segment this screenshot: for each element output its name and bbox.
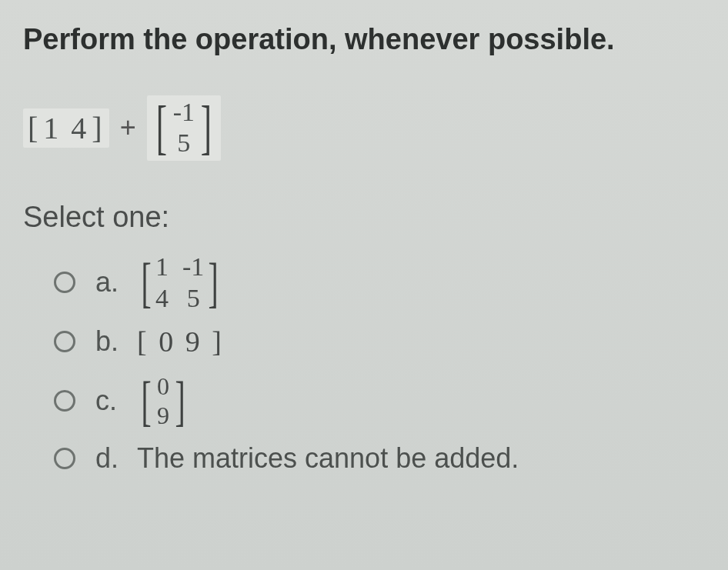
cell: 0 [157,372,169,401]
cell: 1 [155,252,169,282]
radio-icon[interactable] [54,390,75,412]
bracket-right: ] [175,378,185,425]
matrix-1: [ 1 4 ] [23,108,109,148]
option-b[interactable]: b. [ 0 9 ] [54,318,705,365]
option-c[interactable]: c. [ 0 9 ] [54,369,705,432]
option-a[interactable]: a. [ 1 -1 4 5 ] [54,251,705,314]
question-title: Perform the operation, whenever possible… [23,22,705,58]
cell: 5 [182,283,204,313]
matrix-2: [ -1 5 ] [147,95,221,162]
option-c-matrix: [ 0 9 ] [137,372,189,431]
options-list: a. [ 1 -1 4 5 ] b. [ 0 9 ] c. [ 0 9 ] [23,251,705,480]
option-d-text: The matrices cannot be added. [137,442,519,475]
option-letter: d. [95,442,137,475]
bracket-left: [ [141,259,151,306]
option-letter: c. [95,385,137,417]
cell: 9 [157,401,169,430]
matrix-2-bottom: 5 [177,128,190,159]
radio-icon[interactable] [54,331,75,352]
bracket-right: ] [209,259,219,306]
option-letter: b. [95,325,137,358]
option-d[interactable]: d. The matrices cannot be added. [54,437,705,480]
radio-icon[interactable] [54,272,75,293]
cell: 4 [155,283,169,313]
option-b-matrix: [ 0 9 ] [137,325,224,358]
radio-icon[interactable] [54,448,75,469]
cell: -1 [182,252,204,282]
select-one-label: Select one: [23,201,705,234]
equation: [ 1 4 ] + [ -1 5 ] [23,95,705,162]
bracket-left: [ [28,110,40,146]
matrix-2-top: -1 [173,97,195,128]
matrix-1-content: 1 4 [40,110,92,146]
option-letter: a. [95,266,137,298]
bracket-left: [ [141,378,151,425]
bracket-right: ] [92,110,104,146]
bracket-left: [ [156,102,167,153]
plus-operator: + [117,112,139,144]
option-a-matrix: [ 1 -1 4 5 ] [137,252,222,313]
bracket-right: ] [201,102,212,153]
